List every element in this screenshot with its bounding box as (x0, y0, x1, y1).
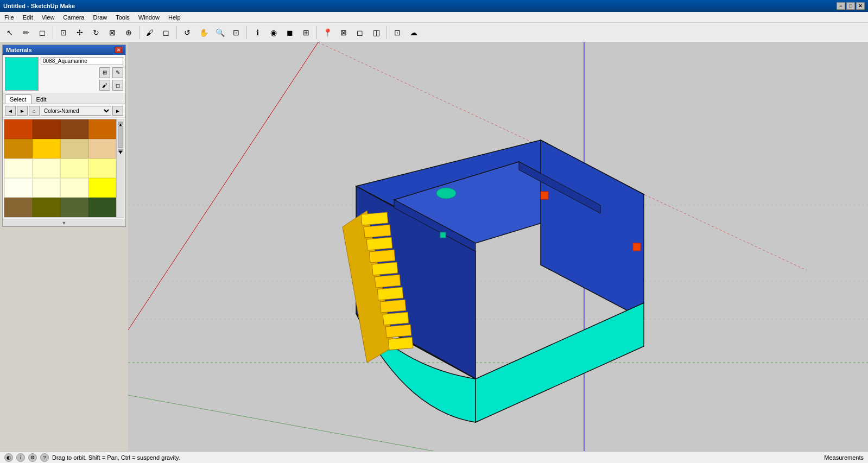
menu-item-camera[interactable]: Camera (59, 13, 88, 22)
svg-rect-29 (385, 325, 411, 338)
sep6 (387, 26, 387, 39)
menu-item-window[interactable]: Window (134, 13, 164, 22)
output-tool-button[interactable]: ⊡ (390, 25, 405, 40)
menu-item-edit[interactable]: Edit (18, 13, 37, 22)
svg-rect-16 (541, 192, 548, 199)
measurements-tool-button[interactable]: ◻ (352, 25, 368, 40)
title-text: Untitled - SketchUp Make (3, 3, 75, 9)
close-button[interactable]: ✕ (856, 2, 865, 10)
color-swatch-14[interactable] (60, 178, 88, 198)
panel-close-button[interactable]: ✕ (115, 47, 122, 53)
color-swatch-16[interactable] (4, 198, 33, 217)
status-icon-3[interactable]: ⚙ (28, 453, 37, 462)
status-bar: ◐ i ⚙ ? Drag to orbit. Shift = Pan, Ctrl… (0, 451, 868, 463)
grid-scrollbar[interactable]: ▲▼ (116, 119, 124, 217)
entity-info-tool-button[interactable]: ◉ (266, 25, 281, 40)
zoom-tool-button[interactable]: 🔍 (212, 25, 227, 40)
panel-nav: ◄ ► ⌂ Colors-NamedColorsAsphalt and Conc… (3, 104, 125, 118)
category-select[interactable]: Colors-NamedColorsAsphalt and ConcreteBr… (41, 106, 111, 116)
pan-tool-button[interactable]: ✋ (196, 25, 211, 40)
svg-marker-12 (541, 140, 644, 319)
color-swatch-19[interactable] (88, 198, 117, 217)
maximize-button[interactable]: □ (846, 2, 855, 10)
nav-back-button[interactable]: ◄ (5, 106, 16, 116)
color-grid: ▲▼ (4, 119, 124, 218)
preview-icons: ⊞ ✎ (41, 67, 123, 78)
rotate-tool-button[interactable]: ↻ (88, 25, 104, 40)
tab-select[interactable]: Select (5, 94, 31, 104)
svg-marker-15 (476, 303, 644, 422)
menu-item-draw[interactable]: Draw (88, 13, 111, 22)
move-tool-button[interactable]: ✢ (72, 25, 87, 40)
status-icon-1[interactable]: ◐ (4, 453, 13, 462)
section-plane-tool-button[interactable]: ◫ (369, 25, 384, 40)
paint-bucket-tool-button[interactable]: 🖌 (142, 25, 157, 40)
menu-item-help[interactable]: Help (164, 13, 185, 22)
window-controls: − □ ✕ (837, 2, 865, 10)
orbit-tool-button[interactable]: ↺ (180, 25, 195, 40)
texture-tool-button[interactable]: ⊠ (336, 25, 351, 40)
color-swatch-12[interactable] (4, 178, 33, 198)
svg-line-0 (128, 42, 318, 330)
color-swatch-4[interactable] (4, 139, 33, 158)
color-swatch-7[interactable] (88, 139, 117, 158)
color-swatch-5[interactable] (33, 139, 61, 158)
panel-tabs: Select Edit (3, 93, 125, 104)
measurements-label: Measurements (824, 454, 864, 461)
materials-tool-button[interactable]: ◼ (282, 25, 297, 40)
nav-secondary-button[interactable]: ► (112, 106, 123, 116)
material-name-input[interactable] (41, 57, 123, 65)
components-tool-button[interactable]: ⊞ (299, 25, 314, 40)
menu-item-tools[interactable]: Tools (111, 13, 134, 22)
color-swatch-6[interactable] (60, 139, 88, 158)
menu-item-file[interactable]: File (0, 13, 18, 22)
erase-tool-button[interactable]: ◻ (35, 25, 50, 40)
nav-forward-button[interactable]: ► (17, 106, 28, 116)
color-swatch-8[interactable] (4, 158, 33, 178)
create-material-icon[interactable]: ✎ (112, 67, 123, 78)
status-text: Drag to orbit. Shift = Pan, Ctrl = suspe… (52, 454, 180, 461)
color-swatch-1[interactable] (33, 119, 61, 139)
color-swatch-0[interactable] (4, 119, 33, 139)
color-swatch-11[interactable] (88, 158, 117, 178)
color-swatch-2[interactable] (60, 119, 88, 139)
eraser2-tool-button[interactable]: ◻ (159, 25, 174, 40)
push-pull-tool-button[interactable]: ⊡ (56, 25, 71, 40)
paint-bucket-icon[interactable]: 🖌 (99, 80, 110, 91)
scale-tool-button[interactable]: ⊠ (105, 25, 120, 40)
color-swatch-3[interactable] (88, 119, 117, 139)
3dwarehouse-tool-button[interactable]: ☁ (406, 25, 421, 40)
material-browser-icon[interactable]: ⊞ (99, 67, 110, 78)
color-swatch-9[interactable] (33, 158, 61, 178)
sep5 (316, 26, 317, 39)
tab-edit[interactable]: Edit (31, 94, 52, 104)
svg-rect-30 (388, 337, 413, 350)
color-preview-swatch (5, 57, 39, 91)
color-swatch-17[interactable] (33, 198, 61, 217)
preview-area: ⊞ ✎ 🖌 ◻ (3, 55, 125, 93)
panel-title: Materials (6, 47, 32, 53)
sep4 (246, 26, 247, 39)
menu-item-view[interactable]: View (37, 13, 59, 22)
select-tool-button[interactable]: ↖ (2, 25, 17, 40)
make-component-button[interactable]: ✏ (18, 25, 34, 40)
color-swatch-15[interactable] (88, 178, 117, 198)
color-swatch-18[interactable] (60, 198, 88, 217)
viewport[interactable] (128, 42, 868, 451)
minimize-button[interactable]: − (837, 2, 845, 10)
status-icon-2[interactable]: i (16, 453, 25, 462)
color-swatch-10[interactable] (60, 158, 88, 178)
status-icon-4[interactable]: ? (40, 453, 49, 462)
follow-me-tool-button[interactable]: ⊕ (121, 25, 136, 40)
zoom-ext-tool-button[interactable]: ⊡ (229, 25, 244, 40)
color-swatch-13[interactable] (33, 178, 61, 198)
svg-rect-24 (372, 262, 398, 275)
svg-rect-26 (377, 287, 403, 300)
svg-rect-20 (361, 212, 388, 225)
nav-home-button[interactable]: ⌂ (29, 106, 40, 116)
sep3 (176, 26, 177, 39)
erase-icon[interactable]: ◻ (112, 80, 123, 91)
add-location-tool-button[interactable]: 📍 (320, 25, 335, 40)
model-info-tool-button[interactable]: ℹ (250, 25, 265, 40)
title-bar: Untitled - SketchUp Make − □ ✕ (0, 0, 868, 12)
